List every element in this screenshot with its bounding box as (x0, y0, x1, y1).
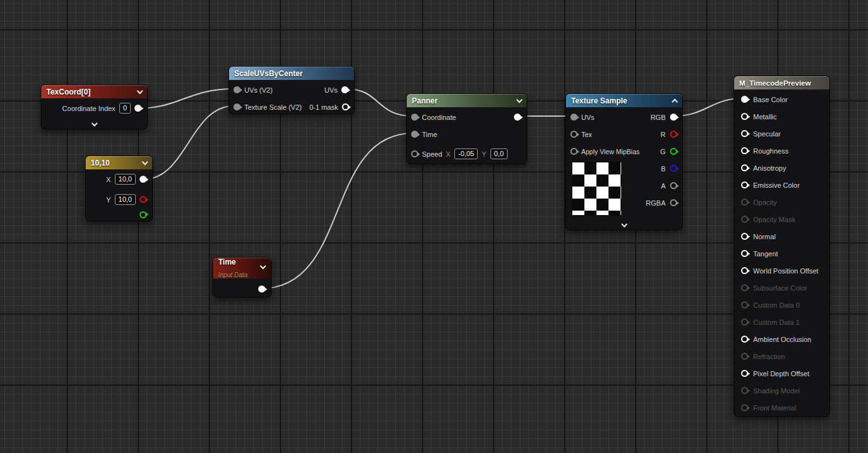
wire-time-to-panner[interactable] (261, 133, 413, 289)
material-input-pin-roughness[interactable] (741, 147, 748, 154)
node-constant2vector-header[interactable]: 10,10 (86, 156, 152, 169)
scaleuvs-mask-output-pin[interactable] (342, 103, 349, 110)
material-pin-row-custom-data-0: Custom Data 0 (734, 296, 829, 313)
scaleuvs-mask-output-label: 0-1 mask (309, 103, 338, 111)
material-input-pin-tangent[interactable] (741, 250, 748, 257)
texsample-tex-input-label: Tex (581, 131, 592, 138)
node-texture-sample-header[interactable]: Texture Sample (566, 94, 682, 107)
material-pin-label-refraction: Refraction (753, 353, 785, 360)
chevron-down-icon[interactable] (137, 88, 143, 94)
panner-output-pin[interactable] (514, 114, 521, 121)
chevron-down-icon[interactable] (516, 96, 523, 103)
node-time-header[interactable]: Time Input Data (213, 258, 271, 279)
scaleuvs-uvs-input-pin[interactable] (233, 86, 240, 93)
material-pin-row-shading-model: Shading Model (734, 382, 829, 399)
speed-y-label: Y (482, 150, 486, 158)
chevron-down-icon[interactable] (260, 263, 266, 270)
node-material-header[interactable]: M_TimecodePreview (734, 76, 829, 89)
chevron-up-icon[interactable] (672, 99, 678, 105)
material-pin-label-base-color: Base Color (753, 96, 787, 103)
node-texcoord[interactable]: TexCoord[0] Coordinate Index 0 (41, 84, 148, 129)
node-texture-sample[interactable]: Texture Sample UVs Tex Apply View MipBia… (565, 93, 683, 230)
node-time-subtitle: Input Data (218, 272, 247, 279)
material-pin-row-specular: Specular (734, 125, 829, 142)
material-pin-row-opacity-mask: Opacity Mask (734, 211, 829, 228)
node-collapse-toggle[interactable] (622, 224, 626, 226)
constant-r-output-pin[interactable] (140, 196, 147, 203)
material-pin-row-custom-data-1: Custom Data 1 (734, 313, 829, 331)
material-pin-label-custom-data-0: Custom Data 0 (753, 301, 799, 309)
texsample-rgb-output-label: RGB (650, 114, 666, 121)
graph-canvas[interactable]: TexCoord[0] Coordinate Index 0 10,10 X 1… (0, 0, 868, 453)
node-material-result[interactable]: M_TimecodePreview Base ColorMetallicSpec… (733, 76, 830, 417)
x-value-input[interactable]: 10,0 (115, 174, 136, 185)
material-pin-label-metallic: Metallic (753, 113, 777, 121)
texsample-a-output-pin[interactable] (670, 182, 677, 189)
material-input-pin-metallic[interactable] (741, 113, 748, 120)
material-input-pin-world-position-offset[interactable] (741, 267, 748, 274)
wire-constant-to-scaleuvs[interactable] (143, 106, 234, 180)
material-input-pin-anisotropy[interactable] (741, 164, 748, 171)
chevron-down-icon[interactable] (142, 159, 148, 165)
material-pin-row-ambient-occlusion: Ambient Occlusion (734, 331, 829, 348)
material-pin-row-emissive-color: Emissive Color (734, 176, 829, 194)
material-input-pin-ambient-occlusion[interactable] (741, 336, 748, 343)
material-input-pin-specular[interactable] (741, 130, 748, 137)
material-pin-label-subsurface-color: Subsurface Color (753, 284, 807, 292)
texsample-r-output-label: R (661, 131, 666, 138)
node-panner-title: Panner (412, 96, 513, 105)
material-input-pin-refraction (741, 353, 748, 360)
node-panner-header[interactable]: Panner (407, 94, 527, 107)
speed-y-input[interactable]: 0,0 (490, 148, 508, 159)
texsample-b-output-label: B (661, 165, 666, 173)
scaleuvs-scale-input-pin[interactable] (233, 103, 240, 110)
node-panner[interactable]: Panner Coordinate Time Speed X -0,05 Y 0… (406, 93, 527, 164)
panner-time-input-pin[interactable] (411, 131, 418, 138)
node-time[interactable]: Time Input Data (213, 257, 272, 298)
material-pin-row-base-color: Base Color (734, 91, 829, 108)
node-constant2vector[interactable]: 10,10 X 10,0 Y 10,0 (85, 155, 153, 221)
texcoord-output-pin[interactable] (135, 105, 141, 112)
constant-x-output-pin[interactable] (140, 176, 147, 183)
texsample-mipbias-input-pin[interactable] (570, 148, 577, 155)
y-value-input[interactable]: 10,0 (115, 194, 136, 205)
material-pin-row-metallic: Metallic (734, 108, 829, 125)
material-pin-row-world-position-offset: World Position Offset (734, 262, 829, 279)
constant-g-output-pin[interactable] (140, 211, 147, 218)
texsample-rgba-output-pin[interactable] (670, 199, 677, 206)
material-input-pin-opacity-mask (741, 216, 748, 223)
material-pin-row-tangent: Tangent (734, 245, 829, 262)
material-pin-row-normal: Normal (734, 228, 829, 245)
texsample-tex-input-pin[interactable] (570, 131, 577, 138)
coordinate-index-input[interactable]: 0 (119, 103, 131, 114)
node-texcoord-header[interactable]: TexCoord[0] (41, 85, 147, 98)
node-scaleuvsbycenter[interactable]: ScaleUVsByCenter UVs (V2) UVs Texture Sc… (228, 66, 355, 114)
speed-x-input[interactable]: -0,05 (454, 148, 478, 159)
material-pin-row-refraction: Refraction (734, 348, 829, 365)
coordinate-index-label: Coordinate Index (62, 105, 115, 112)
texsample-uvs-input-pin[interactable] (570, 114, 577, 121)
wire-texcoord-to-scaleuvs[interactable] (136, 89, 234, 108)
texsample-b-output-pin[interactable] (670, 165, 677, 172)
time-output-pin[interactable] (258, 286, 265, 292)
material-input-pin-normal[interactable] (741, 233, 748, 240)
material-input-pin-base-color[interactable] (741, 96, 748, 103)
material-pin-label-roughness: Roughness (753, 147, 789, 155)
texsample-g-output-pin[interactable] (670, 148, 677, 155)
material-input-pin-emissive-color[interactable] (741, 181, 748, 188)
panner-speed-input-pin[interactable] (411, 150, 418, 157)
panner-coordinate-input-pin[interactable] (411, 114, 418, 121)
node-collapse-toggle[interactable] (92, 123, 96, 126)
texsample-r-output-pin[interactable] (670, 131, 677, 138)
texsample-g-output-label: G (660, 148, 666, 155)
material-pin-label-pixel-depth-offset: Pixel Depth Offset (753, 370, 809, 378)
material-input-pin-pixel-depth-offset[interactable] (741, 370, 748, 377)
texsample-uvs-input-label: UVs (581, 114, 595, 121)
wire-texturesample-to-basecolor[interactable] (674, 98, 743, 116)
wire-scaleuvs-to-panner[interactable] (346, 89, 413, 116)
texture-preview-checkerboard (572, 162, 622, 216)
scaleuvs-uvs-output-pin[interactable] (341, 86, 348, 93)
material-input-pin-shading-model (741, 387, 748, 394)
texsample-rgb-output-pin[interactable] (670, 114, 677, 121)
node-scaleuvsbycenter-header[interactable]: ScaleUVsByCenter (229, 67, 354, 80)
